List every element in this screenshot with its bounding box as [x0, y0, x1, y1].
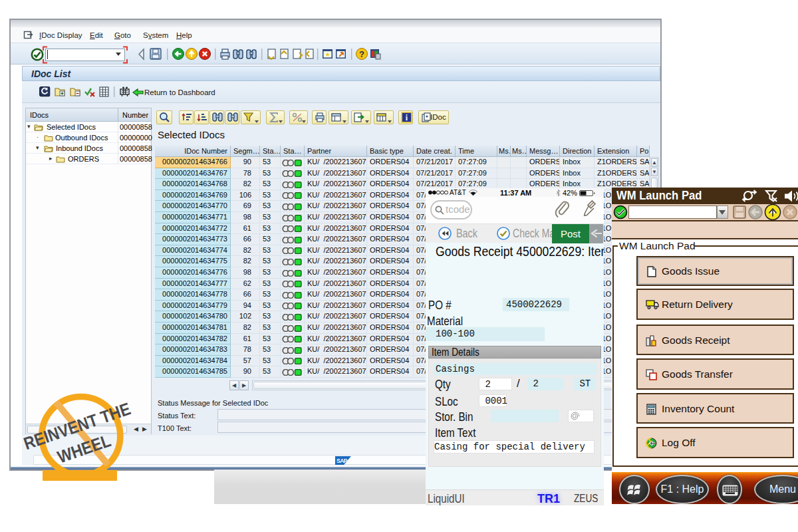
svg-text:SAP: SAP [336, 458, 348, 464]
svg-text:?: ? [359, 49, 364, 59]
